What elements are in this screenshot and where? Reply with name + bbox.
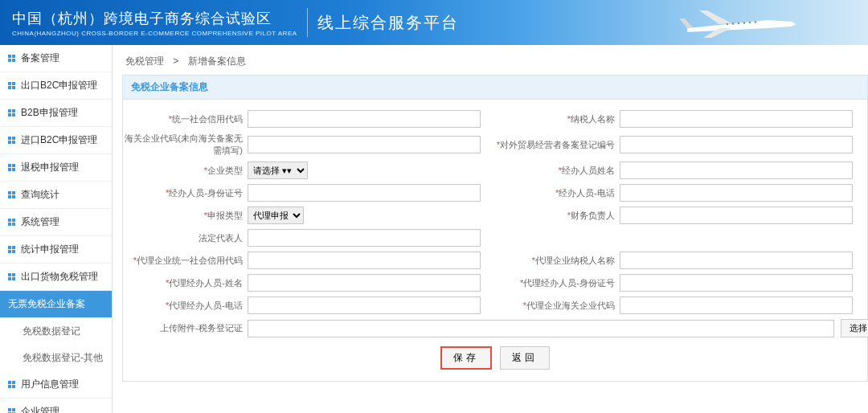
- sidebar-item-query[interactable]: 查询统计: [0, 182, 112, 209]
- sidebar-label: 出口货物免税管理: [21, 270, 98, 284]
- input-operator-id[interactable]: [248, 184, 481, 202]
- grid-icon: [8, 164, 16, 172]
- sidebar-item-import-b2c[interactable]: 进口B2C申报管理: [0, 127, 112, 154]
- sidebar-item-export-taxfree[interactable]: 出口货物免税管理: [0, 264, 112, 291]
- input-upload[interactable]: [248, 320, 834, 337]
- svg-point-5: [755, 21, 756, 22]
- sidebar-item-userinfo[interactable]: 用户信息管理: [0, 371, 112, 399]
- sidebar-label: 出口B2C申报管理: [21, 79, 97, 92]
- label-customs-code: 海关企业代码(未向海关备案无需填写): [125, 133, 243, 155]
- sidebar-label: 进口B2C申报管理: [21, 133, 97, 147]
- label-upload: 上传附件-税务登记证: [160, 323, 243, 333]
- sidebar-item-tax-refund[interactable]: 退税申报管理: [0, 154, 112, 182]
- svg-point-4: [749, 22, 751, 23]
- label-agent-op-name: 代理经办人员-姓名: [169, 278, 243, 288]
- sidebar-item-system[interactable]: 系统管理: [0, 209, 112, 236]
- grid-icon: [8, 273, 16, 281]
- sidebar-label: 系统管理: [21, 215, 59, 229]
- label-legal-rep: 法定代表人: [199, 233, 243, 243]
- label-foreign-trade: 对外贸易经营者备案登记编号: [500, 140, 615, 149]
- sidebar-label: 备案管理: [21, 51, 59, 65]
- save-button[interactable]: 保存: [440, 346, 492, 370]
- input-agent-op-name[interactable]: [248, 274, 481, 292]
- sidebar-item-stats[interactable]: 统计申报管理: [0, 236, 112, 264]
- sidebar-sub-taxfree-reg[interactable]: 免税数据登记: [0, 318, 112, 345]
- main-content: 免税管理 > 新增备案信息 免税企业备案信息 *统一社会信用代码 *纳税人名称 …: [113, 45, 868, 413]
- input-customs-code[interactable]: [248, 136, 481, 153]
- label-agent-op-phone: 代理经办人员-电话: [169, 301, 243, 310]
- input-agent-customs[interactable]: [620, 296, 853, 314]
- input-unified-code[interactable]: [248, 110, 481, 128]
- input-taxpayer-name[interactable]: [620, 110, 853, 128]
- breadcrumb-current: 新增备案信息: [188, 55, 246, 67]
- grid-icon: [8, 191, 16, 199]
- choose-button[interactable]: 选择: [841, 319, 868, 337]
- sidebar-label: 用户信息管理: [21, 378, 79, 391]
- label-operator-name: 经办人员姓名: [562, 166, 615, 175]
- label-operator-id: 经办人员-身份证号: [169, 188, 243, 198]
- header-title: 中国（杭州）跨境电子商务综合试验区: [12, 9, 297, 28]
- input-operator-phone[interactable]: [620, 184, 853, 202]
- input-legal-rep[interactable]: [248, 229, 481, 247]
- svg-point-1: [732, 22, 734, 24]
- input-finance-person[interactable]: [620, 206, 853, 224]
- sidebar-item-filing[interactable]: 备案管理: [0, 45, 112, 72]
- svg-point-2: [738, 22, 739, 24]
- header-divider: [307, 8, 308, 37]
- grid-icon: [8, 82, 16, 90]
- input-agent-op-phone[interactable]: [248, 296, 481, 314]
- grid-icon: [8, 381, 16, 389]
- grid-icon: [8, 246, 16, 254]
- label-agent-taxpayer: 代理企业纳税人名称: [535, 256, 615, 265]
- sidebar-item-enterprise[interactable]: 企业管理: [0, 399, 112, 413]
- sidebar-item-export-b2c[interactable]: 出口B2C申报管理: [0, 72, 112, 100]
- select-enterprise-type[interactable]: 请选择 ▾▾: [248, 162, 308, 179]
- breadcrumb-sep: >: [173, 55, 178, 67]
- grid-icon: [8, 408, 16, 414]
- svg-point-3: [743, 22, 745, 23]
- form-area: *统一社会信用代码 *纳税人名称 海关企业代码(未向海关备案无需填写) *对外贸…: [122, 100, 868, 382]
- sidebar-label: 企业管理: [21, 405, 59, 413]
- breadcrumb-parent[interactable]: 免税管理: [125, 55, 164, 67]
- label-finance-person: 财务负责人: [571, 211, 615, 220]
- label-agent-customs: 代理企业海关企业代码: [526, 301, 615, 310]
- label-operator-phone: 经办人员-电话: [559, 188, 615, 198]
- sidebar-label: 统计申报管理: [21, 243, 79, 256]
- back-button[interactable]: 返回: [500, 346, 550, 370]
- sidebar-label: 无票免税企业备案: [8, 297, 85, 311]
- input-agent-taxpayer[interactable]: [620, 251, 853, 269]
- label-agent-op-id: 代理经办人员-身份证号: [523, 278, 615, 288]
- sidebar-sub-taxfree-other[interactable]: 免税数据登记-其他: [0, 345, 112, 371]
- sidebar: 备案管理 出口B2C申报管理 B2B申报管理 进口B2C申报管理 退税申报管理 …: [0, 45, 113, 413]
- sidebar-label: 查询统计: [21, 188, 59, 202]
- header-platform: 线上综合服务平台: [317, 12, 459, 34]
- sidebar-item-noticket-taxfree[interactable]: 无票免税企业备案: [0, 291, 112, 318]
- label-enterprise-type: 企业类型: [207, 166, 243, 175]
- app-header: 中国（杭州）跨境电子商务综合试验区 CHINA(HANGZHOU) CROSS-…: [0, 0, 868, 45]
- header-subtitle: CHINA(HANGZHOU) CROSS-BORDER E-COMMERCE …: [12, 30, 297, 37]
- input-operator-name[interactable]: [620, 162, 853, 179]
- select-declare-type[interactable]: 代理申报: [248, 206, 304, 224]
- breadcrumb: 免税管理 > 新增备案信息: [122, 51, 868, 75]
- label-taxpayer-name: 纳税人名称: [571, 114, 615, 124]
- grid-icon: [8, 137, 16, 145]
- grid-icon: [8, 219, 16, 227]
- sidebar-label: 退税申报管理: [21, 161, 79, 174]
- input-agent-unified-code[interactable]: [248, 251, 481, 269]
- grid-icon: [8, 55, 16, 63]
- input-foreign-trade[interactable]: [620, 136, 853, 153]
- sidebar-label: B2B申报管理: [21, 106, 78, 120]
- input-agent-op-id[interactable]: [620, 274, 853, 292]
- sidebar-label: 免税数据登记-其他: [23, 352, 103, 363]
- label-unified-code: 统一社会信用代码: [172, 114, 243, 124]
- svg-point-0: [727, 23, 728, 25]
- sidebar-label: 免税数据登记: [23, 325, 80, 337]
- section-title: 免税企业备案信息: [122, 75, 868, 100]
- airplane-icon: [675, 4, 804, 44]
- label-declare-type: 申报类型: [207, 211, 243, 220]
- sidebar-item-b2b[interactable]: B2B申报管理: [0, 100, 112, 127]
- label-agent-unified-code: 代理企业统一社会信用代码: [137, 256, 243, 265]
- grid-icon: [8, 109, 16, 117]
